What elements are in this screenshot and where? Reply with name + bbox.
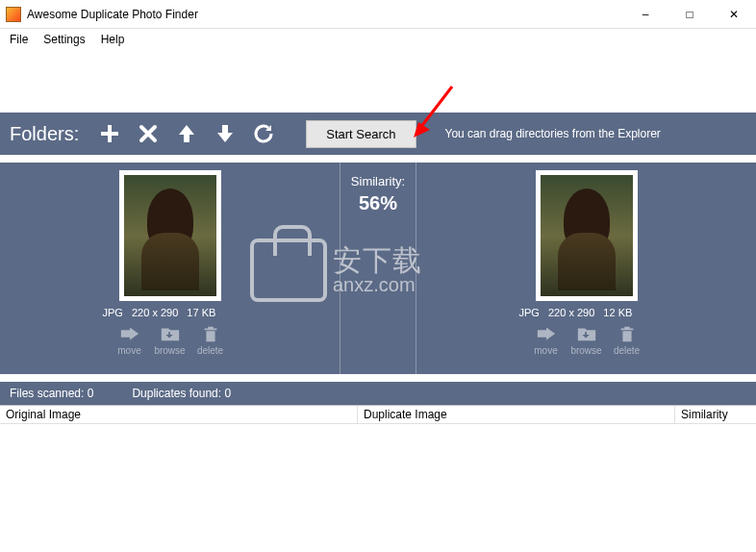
left-photo[interactable]: [119, 170, 221, 301]
titlebar: Awesome Duplicate Photo Finder – □ ✕: [0, 0, 756, 29]
left-actions: move browse delete: [113, 324, 228, 356]
results-list[interactable]: [0, 424, 756, 539]
left-format: JPG: [103, 307, 123, 318]
left-dimensions: 220 x 290: [132, 307, 178, 318]
right-photo-meta: JPG 220 x 290 12 KB: [519, 307, 654, 318]
column-original[interactable]: Original Image: [0, 406, 358, 423]
move-down-icon[interactable]: [212, 120, 239, 147]
similarity-value: 56%: [359, 192, 397, 214]
menubar: File Settings Help: [0, 29, 756, 50]
right-browse-button[interactable]: browse: [569, 324, 604, 356]
folders-label: Folders:: [10, 123, 79, 145]
close-button[interactable]: ✕: [712, 0, 756, 29]
column-similarity[interactable]: Similarity: [675, 406, 756, 423]
right-size: 12 KB: [603, 307, 632, 318]
remove-folder-icon[interactable]: [135, 120, 162, 147]
blank-area: [0, 50, 756, 113]
refresh-icon[interactable]: [250, 120, 277, 147]
compare-area: JPG 220 x 290 17 KB move browse delete S…: [0, 163, 756, 374]
left-panel: JPG 220 x 290 17 KB move browse delete: [0, 163, 340, 374]
window-controls: – □ ✕: [623, 0, 756, 29]
right-format: JPG: [519, 307, 540, 318]
right-panel: JPG 220 x 290 12 KB move browse delete: [416, 163, 756, 374]
status-bar: Files scanned: 0 Duplicates found: 0: [0, 382, 756, 405]
right-photo[interactable]: [536, 170, 638, 301]
left-browse-button[interactable]: browse: [153, 324, 188, 356]
right-dimensions: 220 x 290: [548, 307, 594, 318]
right-move-button[interactable]: move: [529, 324, 564, 356]
right-actions: move browse delete: [529, 324, 644, 356]
menu-help[interactable]: Help: [93, 31, 133, 48]
right-delete-button[interactable]: delete: [610, 324, 644, 356]
move-up-icon[interactable]: [173, 120, 200, 147]
column-duplicate[interactable]: Duplicate Image: [358, 406, 675, 423]
results-header: Original Image Duplicate Image Similarit…: [0, 405, 756, 424]
left-size: 17 KB: [187, 307, 215, 318]
drag-hint-text: You can drag directories from the Explor…: [445, 127, 661, 140]
add-folder-icon[interactable]: [96, 120, 123, 147]
menu-settings[interactable]: Settings: [36, 31, 92, 48]
window-title: Awesome Duplicate Photo Finder: [27, 8, 623, 21]
start-search-button[interactable]: Start Search: [306, 120, 416, 148]
folders-toolbar: Folders: Start Search You can drag direc…: [0, 113, 756, 155]
left-move-button[interactable]: move: [113, 324, 147, 356]
menu-file[interactable]: File: [2, 31, 36, 48]
similarity-panel: Similarity: 56%: [340, 163, 416, 374]
app-icon: [6, 7, 21, 22]
minimize-button[interactable]: –: [623, 0, 668, 29]
left-photo-meta: JPG 220 x 290 17 KB: [103, 307, 238, 318]
maximize-button[interactable]: □: [668, 0, 712, 29]
files-scanned: Files scanned: 0: [10, 387, 93, 400]
left-delete-button[interactable]: delete: [193, 324, 228, 356]
duplicates-found: Duplicates found: 0: [132, 387, 231, 400]
similarity-label: Similarity:: [351, 174, 405, 188]
